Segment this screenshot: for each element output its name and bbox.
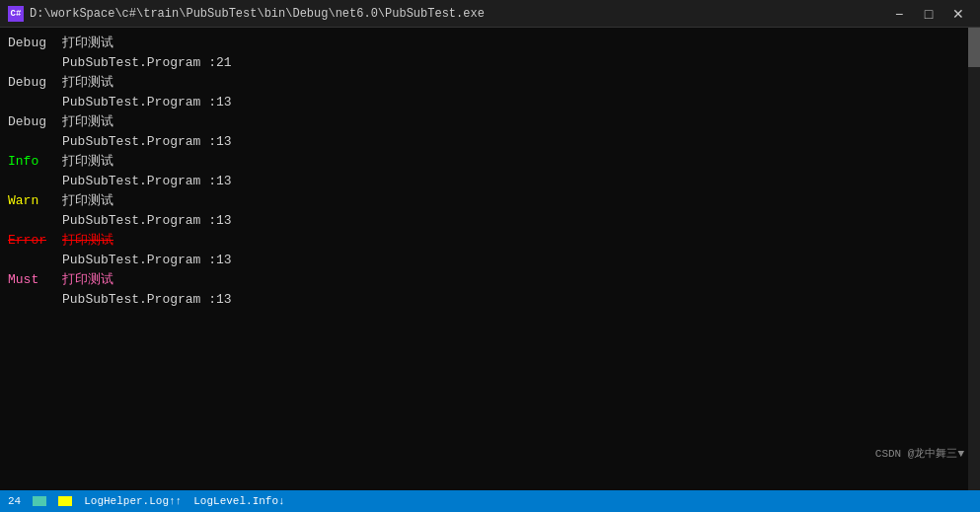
log-level-text: LogLevel.Info↓ — [193, 495, 284, 507]
log-message-text: PubSubTest.Program :13 — [62, 93, 232, 112]
window-title: D:\workSpace\c#\train\PubSubTest\bin\Deb… — [30, 7, 485, 21]
app-icon: C# — [8, 6, 24, 22]
log-level-label: Debug — [8, 112, 62, 132]
status-indicator-yellow — [58, 496, 72, 506]
log-message-text: 打印测试 — [62, 152, 113, 172]
log-line: Debug打印测试 — [8, 112, 972, 132]
log-message-text: 打印测试 — [62, 73, 113, 93]
close-button[interactable]: ✕ — [944, 4, 972, 24]
log-message-text: PubSubTest.Program :21 — [62, 53, 232, 73]
log-level-label: Error — [8, 231, 62, 251]
console-area: Debug打印测试PubSubTest.Program :21Debug打印测试… — [0, 28, 980, 490]
log-message-text: 打印测试 — [62, 112, 113, 132]
minimize-button[interactable]: − — [885, 4, 913, 24]
log-line: Error打印测试 — [8, 231, 972, 251]
log-message-text: PubSubTest.Program :13 — [62, 172, 232, 191]
log-message-text: PubSubTest.Program :13 — [62, 251, 232, 270]
log-message-text: 打印测试 — [62, 270, 113, 290]
log-level-label: Warn — [8, 191, 62, 211]
watermark: CSDN @龙中舞三▼ — [875, 446, 964, 461]
log-line: PubSubTest.Program :13 — [8, 93, 972, 112]
log-line: Debug打印测试 — [8, 34, 972, 53]
log-line: Debug打印测试 — [8, 73, 972, 93]
line-number: 24 — [8, 495, 21, 507]
title-bar-left: C# D:\workSpace\c#\train\PubSubTest\bin\… — [8, 6, 485, 22]
log-line: Info打印测试 — [8, 152, 972, 172]
log-line: PubSubTest.Program :13 — [8, 132, 972, 152]
scrollbar-thumb[interactable] — [968, 28, 980, 67]
log-line: Warn打印测试 — [8, 191, 972, 211]
log-helper-text: LogHelper.Log↑↑ — [84, 495, 182, 507]
status-indicator-green — [33, 496, 46, 506]
console-content: Debug打印测试PubSubTest.Program :21Debug打印测试… — [0, 32, 980, 312]
log-message-text: 打印测试 — [62, 231, 113, 251]
log-message-text: PubSubTest.Program :13 — [62, 290, 232, 310]
scrollbar[interactable] — [968, 28, 980, 490]
log-message-text: PubSubTest.Program :13 — [62, 132, 232, 152]
log-line: PubSubTest.Program :21 — [8, 53, 972, 73]
log-level-label: Debug — [8, 34, 62, 53]
log-message-text: 打印测试 — [62, 34, 113, 53]
log-line: PubSubTest.Program :13 — [8, 172, 972, 191]
log-line: PubSubTest.Program :13 — [8, 290, 972, 310]
log-message-text: PubSubTest.Program :13 — [62, 211, 232, 231]
title-bar: C# D:\workSpace\c#\train\PubSubTest\bin\… — [0, 0, 980, 28]
log-message-text: 打印测试 — [62, 191, 113, 211]
log-level-label: Debug — [8, 73, 62, 93]
title-bar-controls: − □ ✕ — [885, 4, 972, 24]
maximize-button[interactable]: □ — [915, 4, 942, 24]
status-bar: 24 LogHelper.Log↑↑ LogLevel.Info↓ — [0, 490, 980, 512]
log-level-label: Info — [8, 152, 62, 172]
log-level-label: Must — [8, 270, 62, 290]
log-line: Must打印测试 — [8, 270, 972, 290]
status-left: 24 LogHelper.Log↑↑ LogLevel.Info↓ — [8, 495, 285, 507]
log-line: PubSubTest.Program :13 — [8, 251, 972, 270]
log-line: PubSubTest.Program :13 — [8, 211, 972, 231]
